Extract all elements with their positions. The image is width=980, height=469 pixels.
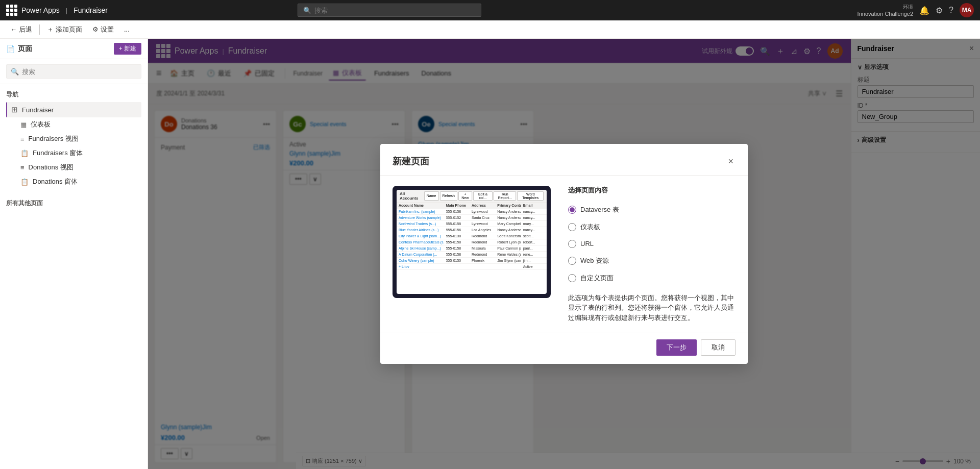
nav-section: 导航 ⊞ Fundraiser ••• ▦ 仪表板 ≡ Fundraisers …	[0, 84, 148, 193]
search-icon: 🔍	[303, 7, 311, 14]
dashboard-label: 仪表板	[31, 120, 51, 129]
sidebar-item-fundraiser[interactable]: ⊞ Fundraiser •••	[6, 102, 141, 117]
ts-recent-btn: Run Report...	[494, 191, 516, 201]
back-button[interactable]: ← 后退	[6, 23, 36, 36]
title-separator: |	[66, 7, 67, 14]
sidebar-item-fundraisers-form[interactable]: 📋 Fundraisers 窗体	[6, 146, 141, 160]
label-dashboard[interactable]: 仪表板	[580, 223, 600, 232]
separator-1	[39, 24, 40, 35]
modal-options: 选择页面内容 Dataverse 表 仪表板 URL	[568, 186, 736, 323]
pages-label: 页面	[18, 44, 32, 54]
sidebar-item-donations-view[interactable]: ≡ Donations 视图	[6, 160, 141, 175]
option-web[interactable]: Web 资源	[568, 252, 736, 269]
sidebar-search[interactable]: 🔍	[6, 64, 141, 79]
next-button[interactable]: 下一步	[656, 339, 697, 356]
sidebar-fundraiser-label: Fundraiser	[22, 106, 126, 114]
env-name: Innovation Challenge2	[857, 11, 913, 17]
radio-web[interactable]	[568, 257, 576, 265]
radio-custom[interactable]	[568, 274, 576, 282]
sidebar: 📄 页面 + 新建 🔍 导航 ⊞ Fundraiser ••• ▦ 仪表板 ≡	[0, 39, 148, 469]
sidebar-item-dashboard[interactable]: ▦ 仪表板	[6, 117, 141, 132]
ts-edit-btn: Edit a col...	[473, 191, 493, 201]
add-page-button[interactable]: ＋ 添加页面	[43, 23, 86, 36]
env-info: 环境 Innovation Challenge2	[857, 4, 913, 17]
modal-footer: 下一步 取消	[380, 333, 748, 364]
sidebar-item-donations-form[interactable]: 📋 Donations 窗体	[6, 175, 141, 189]
main-layout: 📄 页面 + 新建 🔍 导航 ⊞ Fundraiser ••• ▦ 仪表板 ≡	[0, 39, 980, 469]
tablet-screen: All Accounts Name Refresh + New Edit a c…	[397, 190, 547, 294]
project-title: Fundraiser	[74, 6, 108, 14]
modal-overlay[interactable]: 新建页面 × All Accounts Name Ref	[148, 39, 980, 469]
radio-url[interactable]	[568, 240, 576, 248]
search-icon: 🔍	[11, 68, 19, 76]
modal-title: 新建页面	[393, 155, 429, 167]
modal-close-button[interactable]: ×	[726, 154, 736, 169]
second-bar: ← 后退 ＋ 添加页面 ⚙ 设置 ...	[0, 20, 980, 39]
other-pages-section: 所有其他页面	[0, 195, 148, 212]
notification-icon[interactable]: 🔔	[919, 6, 929, 15]
fundraisers-form-label: Fundraisers 窗体	[33, 149, 83, 158]
search-bar[interactable]: 🔍	[298, 4, 481, 17]
radio-dashboard[interactable]	[568, 223, 576, 231]
env-label: 环境	[903, 4, 913, 11]
modal-description: 此选项为每个表提供两个页面。您将获得一个视图，其中显示了表的行和列。您还将获得一…	[568, 293, 736, 323]
fundraisers-view-label: Fundraisers 视图	[29, 134, 79, 143]
ts-name-btn: Name	[424, 191, 439, 201]
table-icon: ≡	[20, 135, 24, 143]
label-web[interactable]: Web 资源	[580, 256, 609, 265]
label-custom[interactable]: 自定义页面	[580, 274, 614, 283]
modal-dialog: 新建页面 × All Accounts Name Ref	[380, 144, 748, 364]
option-url[interactable]: URL	[568, 236, 736, 252]
modal-preview: All Accounts Name Refresh + New Edit a c…	[393, 186, 556, 323]
donations-view-icon: ≡	[20, 164, 24, 171]
option-dashboard[interactable]: 仪表板	[568, 218, 736, 236]
label-url[interactable]: URL	[580, 240, 594, 248]
tablet-mockup: All Accounts Name Refresh + New Edit a c…	[393, 186, 551, 298]
settings-button[interactable]: ⚙ 设置	[88, 23, 118, 36]
donations-view-label: Donations 视图	[29, 163, 74, 172]
app-title: Power Apps	[21, 6, 60, 14]
apps-grid[interactable]	[6, 5, 17, 16]
sidebar-item-fundraisers-view[interactable]: ≡ Fundraisers 视图	[6, 132, 141, 146]
donations-form-label: Donations 窗体	[33, 177, 78, 186]
nav-title: 导航	[6, 88, 141, 102]
top-bar: Power Apps | Fundraiser 🔍 环境 Innovation …	[0, 0, 980, 20]
help-icon[interactable]: ?	[949, 6, 953, 15]
dashboard-icon: ▦	[20, 121, 27, 129]
new-page-button[interactable]: + 新建	[114, 43, 141, 55]
radio-dataverse[interactable]	[568, 206, 576, 214]
modal-body: All Accounts Name Refresh + New Edit a c…	[380, 176, 748, 333]
form-icon: 📋	[20, 150, 29, 157]
option-custom[interactable]: 自定义页面	[568, 269, 736, 287]
more-button[interactable]: ...	[120, 23, 134, 35]
ts-new-btn: + New	[458, 191, 472, 201]
user-avatar[interactable]: MA	[960, 3, 974, 17]
content-area: Power Apps | Fundraiser 试用新外规 🔍 ＋ ⊿ ⚙ ?	[148, 39, 980, 469]
label-dataverse[interactable]: Dataverse 表	[580, 205, 619, 214]
options-title: 选择页面内容	[568, 186, 736, 195]
sidebar-search-input[interactable]	[22, 68, 137, 76]
donations-form-icon: 📋	[20, 178, 29, 186]
grid-icon: ⊞	[11, 105, 18, 114]
top-bar-right: 环境 Innovation Challenge2 🔔 ⚙ ? MA	[857, 3, 974, 17]
sidebar-search-area: 🔍	[0, 59, 148, 84]
cancel-button[interactable]: 取消	[701, 339, 736, 356]
ts-refresh-btn: Refresh	[440, 191, 458, 201]
settings-icon[interactable]: ⚙	[936, 6, 943, 15]
ts-table: Account Name Main Phone Address Primary …	[397, 203, 547, 294]
option-dataverse[interactable]: Dataverse 表	[568, 201, 736, 218]
ts-template-btn: Word Templates	[517, 191, 544, 201]
modal-header: 新建页面 ×	[380, 144, 748, 176]
search-input[interactable]	[314, 7, 476, 14]
ts-header: All Accounts Name Refresh + New Edit a c…	[397, 190, 547, 203]
